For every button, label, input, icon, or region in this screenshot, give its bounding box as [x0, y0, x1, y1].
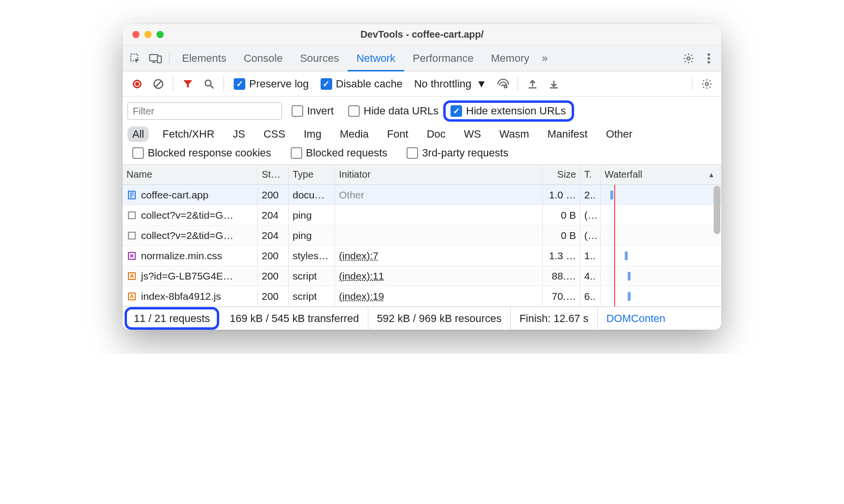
- third-party-checkbox[interactable]: 3rd-party requests: [402, 147, 513, 159]
- time-cell: 4..: [580, 266, 601, 286]
- tab-performance[interactable]: Performance: [404, 45, 482, 71]
- type-fetch-xhr[interactable]: Fetch/XHR: [157, 126, 219, 142]
- tab-console[interactable]: Console: [235, 45, 292, 71]
- table-row[interactable]: collect?v=2&tid=G…204ping0 B(…: [123, 225, 721, 246]
- col-type[interactable]: Type: [289, 165, 335, 184]
- blocked-cookies-checkbox[interactable]: Blocked response cookies: [127, 147, 276, 159]
- status-bar: 11 / 21 requests 169 kB / 545 kB transfe…: [123, 307, 721, 330]
- close-icon[interactable]: [132, 31, 140, 38]
- size-cell: 1.0 …: [543, 185, 580, 205]
- waterfall-bar: [610, 191, 613, 199]
- waterfall-cell: [601, 266, 721, 286]
- upload-har-icon[interactable]: [523, 74, 542, 94]
- col-waterfall[interactable]: Waterfall ▲: [601, 165, 721, 184]
- third-party-label: 3rd-party requests: [422, 147, 508, 159]
- size-cell: 1.3 …: [543, 246, 580, 266]
- size-cell: 88.…: [543, 266, 580, 286]
- invert-checkbox[interactable]: Invert: [287, 105, 338, 117]
- table-row[interactable]: coffee-cart.app200docu…Other1.0 …2..: [123, 185, 721, 205]
- table-row[interactable]: js?id=G-LB75G4E…200script(index):1188.…4…: [123, 266, 721, 286]
- hide-extension-urls-label: Hide extension URLs: [466, 105, 566, 117]
- type-js[interactable]: JS: [228, 126, 250, 142]
- table-row[interactable]: index-8bfa4912.js200script(index):1970.……: [123, 286, 721, 307]
- col-status[interactable]: St…: [258, 165, 289, 184]
- checkbox-checked-icon: [450, 105, 462, 117]
- checkbox-checked-icon: [321, 78, 332, 90]
- type-ws[interactable]: WS: [459, 126, 486, 142]
- filter-input[interactable]: [127, 102, 282, 120]
- time-cell: 6..: [580, 286, 601, 306]
- type-wasm[interactable]: Wasm: [494, 126, 534, 142]
- hide-extension-urls-checkbox[interactable]: Hide extension URLs: [449, 105, 568, 117]
- type-manifest[interactable]: Manifest: [543, 126, 592, 142]
- col-waterfall-label: Waterfall: [605, 169, 642, 180]
- table-row[interactable]: collect?v=2&tid=G…204ping0 B(…: [123, 205, 721, 225]
- type-img[interactable]: Img: [299, 126, 326, 142]
- table-body: coffee-cart.app200docu…Other1.0 …2..coll…: [123, 185, 721, 307]
- filter-icon[interactable]: [178, 74, 197, 94]
- svg-point-10: [705, 83, 708, 85]
- zoom-icon[interactable]: [156, 31, 164, 38]
- tab-network[interactable]: Network: [348, 45, 404, 71]
- table-row[interactable]: normalize.min.css200styles…(index):71.3 …: [123, 246, 721, 266]
- status-cell: 200: [258, 266, 289, 286]
- settings-gear-icon[interactable]: [679, 49, 698, 68]
- hide-data-urls-checkbox[interactable]: Hide data URLs: [343, 105, 438, 117]
- request-name: normalize.min.css: [141, 250, 222, 262]
- checkbox-icon: [291, 147, 302, 159]
- kebab-menu-icon[interactable]: [699, 49, 718, 68]
- col-size[interactable]: Size: [543, 165, 580, 184]
- more-tabs-button[interactable]: »: [538, 45, 551, 71]
- svg-point-3: [687, 57, 690, 60]
- type-cell: ping: [289, 225, 335, 245]
- type-all[interactable]: All: [127, 126, 149, 142]
- scrollbar[interactable]: [714, 186, 720, 234]
- initiator-link[interactable]: (index):7: [339, 250, 379, 262]
- tab-elements[interactable]: Elements: [173, 45, 235, 71]
- type-font[interactable]: Font: [382, 126, 413, 142]
- network-settings-gear-icon[interactable]: [697, 74, 717, 94]
- type-other[interactable]: Other: [601, 126, 637, 142]
- col-initiator[interactable]: Initiator: [335, 165, 543, 184]
- device-toggle-icon[interactable]: [146, 49, 165, 68]
- initiator-link[interactable]: (index):11: [339, 270, 384, 282]
- throttling-select[interactable]: No throttling ▼: [409, 76, 492, 92]
- filter-row: Invert Hide data URLs Hide extension URL…: [123, 97, 721, 124]
- blocked-requests-checkbox[interactable]: Blocked requests: [286, 147, 393, 159]
- waterfall-cell: [601, 246, 721, 266]
- requests-count: 11 / 21 requests: [134, 312, 210, 325]
- type-media[interactable]: Media: [335, 126, 374, 142]
- network-conditions-icon[interactable]: [493, 74, 513, 94]
- search-icon[interactable]: [199, 74, 219, 94]
- disable-cache-checkbox[interactable]: Disable cache: [316, 78, 408, 90]
- record-button[interactable]: [127, 74, 147, 94]
- type-cell: ping: [289, 205, 335, 225]
- load-event-line: [614, 185, 615, 307]
- resource-type-filter: All Fetch/XHR JS CSS Img Media Font Doc …: [123, 124, 721, 145]
- col-time[interactable]: T.: [580, 165, 601, 184]
- initiator-text: Other: [339, 189, 365, 201]
- waterfall-cell: [601, 205, 721, 225]
- divider: [692, 77, 692, 91]
- devtools-window: DevTools - coffee-cart.app/ Elements Con…: [123, 24, 721, 330]
- minimize-icon[interactable]: [144, 31, 152, 38]
- initiator-cell: [335, 205, 543, 225]
- preserve-log-checkbox[interactable]: Preserve log: [229, 78, 314, 90]
- clear-icon[interactable]: [149, 74, 168, 94]
- svg-point-5: [708, 57, 710, 59]
- domcontentloaded-link[interactable]: DOMConten: [598, 307, 674, 330]
- type-doc[interactable]: Doc: [422, 126, 450, 142]
- checkbox-icon: [348, 105, 360, 117]
- file-type-icon: [127, 271, 137, 281]
- col-name[interactable]: Name: [123, 165, 258, 184]
- type-css[interactable]: CSS: [259, 126, 290, 142]
- initiator-cell: [335, 225, 543, 245]
- svg-rect-2: [157, 56, 161, 63]
- initiator-link[interactable]: (index):19: [339, 291, 384, 302]
- tab-sources[interactable]: Sources: [291, 45, 348, 71]
- network-toolbar: Preserve log Disable cache No throttling…: [123, 71, 721, 97]
- inspect-icon[interactable]: [126, 49, 145, 68]
- download-har-icon[interactable]: [544, 74, 563, 94]
- request-name: js?id=G-LB75G4E…: [141, 270, 233, 282]
- tab-memory[interactable]: Memory: [482, 45, 538, 71]
